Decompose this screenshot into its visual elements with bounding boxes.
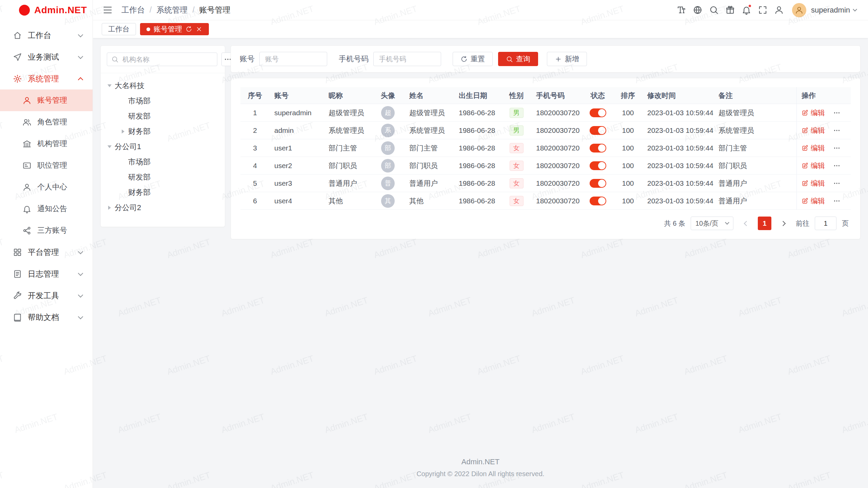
edit-pencil-icon xyxy=(802,145,808,151)
cell-avatar: 普 xyxy=(371,175,405,192)
sidebar-item[interactable]: 业务测试 xyxy=(0,46,93,68)
tree-node[interactable]: 大名科技 xyxy=(104,78,221,93)
cell-phone: 18020030720 xyxy=(531,122,582,139)
org-search-input[interactable] xyxy=(122,55,213,64)
user-menu[interactable]: superadmin xyxy=(811,6,856,15)
sidebar-item[interactable]: 个人中心 xyxy=(0,176,93,198)
sidebar-item[interactable]: 角色管理 xyxy=(0,111,93,133)
notification-button[interactable] xyxy=(740,4,753,17)
footer-title: Admin.NET xyxy=(100,458,861,466)
tab[interactable]: 工作台 xyxy=(102,23,136,35)
edit-button[interactable]: 编辑 xyxy=(802,196,825,206)
font-size-button[interactable] xyxy=(675,4,688,17)
tree-node[interactable]: 研发部 xyxy=(104,108,221,124)
content-row: 大名科技 市场部 研发部 xyxy=(100,45,861,239)
tree-node[interactable]: 财务部 xyxy=(104,124,221,139)
header-cell-nickname: 昵称 xyxy=(324,87,371,104)
search-button[interactable]: 查询 xyxy=(498,52,538,66)
theme-button[interactable] xyxy=(724,4,736,17)
status-toggle[interactable] xyxy=(590,161,606,170)
row-more-button[interactable] xyxy=(833,144,841,152)
edit-button[interactable]: 编辑 xyxy=(802,126,825,135)
gender-tag: 女 xyxy=(510,161,524,171)
search-label: 查询 xyxy=(516,54,530,64)
row-more-button[interactable] xyxy=(833,180,841,187)
goto-page-input[interactable] xyxy=(815,217,836,230)
menu-item-label: 帮助文档 xyxy=(28,312,59,323)
status-toggle[interactable] xyxy=(590,197,606,205)
status-toggle[interactable] xyxy=(590,144,606,152)
add-button[interactable]: 新增 xyxy=(547,52,587,66)
sidebar-item[interactable]: 通知公告 xyxy=(0,198,93,220)
prev-page-button[interactable] xyxy=(739,217,752,230)
header-cell-avatar: 头像 xyxy=(371,87,405,104)
sidebar-item[interactable]: 机构管理 xyxy=(0,133,93,155)
fullscreen-button[interactable] xyxy=(756,4,769,17)
cell-index: 4 xyxy=(240,157,270,174)
app-logo[interactable]: Admin.NET xyxy=(0,0,93,20)
sidebar-item[interactable]: 帮助文档 xyxy=(0,306,93,328)
cell-index: 6 xyxy=(240,192,270,209)
breadcrumb-item[interactable]: 系统管理 xyxy=(156,5,188,15)
sidebar-item[interactable]: 工作台 xyxy=(0,24,93,46)
status-toggle[interactable] xyxy=(590,179,606,188)
tab[interactable]: 账号管理 xyxy=(140,23,209,35)
breadcrumb-item[interactable]: 工作台 xyxy=(121,5,145,15)
header-cell-mtime: 修改时间 xyxy=(643,87,714,104)
caret-icon xyxy=(122,129,124,134)
cell-account: user1 xyxy=(270,139,324,157)
profile-button[interactable] xyxy=(772,4,785,17)
sidebar-item[interactable]: 账号管理 xyxy=(0,89,93,111)
tab-label: 账号管理 xyxy=(154,24,182,34)
cell-nickname: 部门职员 xyxy=(324,157,371,174)
sidebar-item[interactable]: 日志管理 xyxy=(0,263,93,285)
edit-button[interactable]: 编辑 xyxy=(802,179,825,188)
cell-status xyxy=(582,192,613,209)
toggle-knob xyxy=(598,162,606,169)
next-page-button[interactable] xyxy=(777,217,790,230)
sidebar-item[interactable]: 开发工具 xyxy=(0,285,93,306)
cell-remark: 普通用户 xyxy=(714,192,796,209)
phone-input[interactable] xyxy=(373,52,441,66)
sidebar-item[interactable]: 职位管理 xyxy=(0,155,93,176)
status-toggle[interactable] xyxy=(590,126,606,135)
page-number-button[interactable]: 1 xyxy=(758,217,771,230)
reset-button[interactable]: 重置 xyxy=(453,52,493,66)
global-search-button[interactable] xyxy=(707,4,720,17)
tree-node[interactable]: 市场部 xyxy=(104,93,221,108)
avatar: 部 xyxy=(381,159,395,172)
tab-close-icon[interactable] xyxy=(196,26,202,33)
query-account-field: 账号 xyxy=(240,52,327,66)
fullscreen-icon xyxy=(758,5,768,15)
menu-toggle-button[interactable] xyxy=(101,4,114,17)
edit-pencil-icon xyxy=(802,162,808,169)
hamburger-icon xyxy=(103,5,113,15)
tree-node[interactable]: 分公司1 xyxy=(104,139,221,154)
status-toggle[interactable] xyxy=(590,108,606,117)
sidebar-item[interactable]: 三方账号 xyxy=(0,220,93,241)
chevron-icon xyxy=(78,77,83,82)
locale-button[interactable] xyxy=(691,4,704,17)
edit-button[interactable]: 编辑 xyxy=(802,108,825,118)
cell-phone: 18020030720 xyxy=(531,192,582,209)
user-avatar[interactable] xyxy=(792,3,806,17)
tab-refresh-icon[interactable] xyxy=(185,26,192,33)
row-more-button[interactable] xyxy=(833,109,841,117)
account-input[interactable] xyxy=(259,52,327,66)
cell-sort: 100 xyxy=(613,139,643,157)
row-more-button[interactable] xyxy=(833,197,841,205)
header-cell-sort: 排序 xyxy=(613,87,643,104)
tree-node[interactable]: 研发部 xyxy=(104,169,221,185)
cell-actions: 编辑 xyxy=(796,157,851,174)
tree-node[interactable]: 财务部 xyxy=(104,185,221,200)
row-more-button[interactable] xyxy=(833,162,841,169)
sidebar-item[interactable]: 平台管理 xyxy=(0,241,93,263)
page-size-select[interactable]: 10条/页 xyxy=(691,217,733,230)
edit-button[interactable]: 编辑 xyxy=(802,143,825,153)
sidebar-item[interactable]: 系统管理 xyxy=(0,68,93,89)
tree-node[interactable]: 市场部 xyxy=(104,154,221,169)
edit-button[interactable]: 编辑 xyxy=(802,161,825,170)
tree-node[interactable]: 分公司2 xyxy=(104,200,221,215)
cell-avatar: 部 xyxy=(371,157,405,174)
row-more-button[interactable] xyxy=(833,127,841,134)
